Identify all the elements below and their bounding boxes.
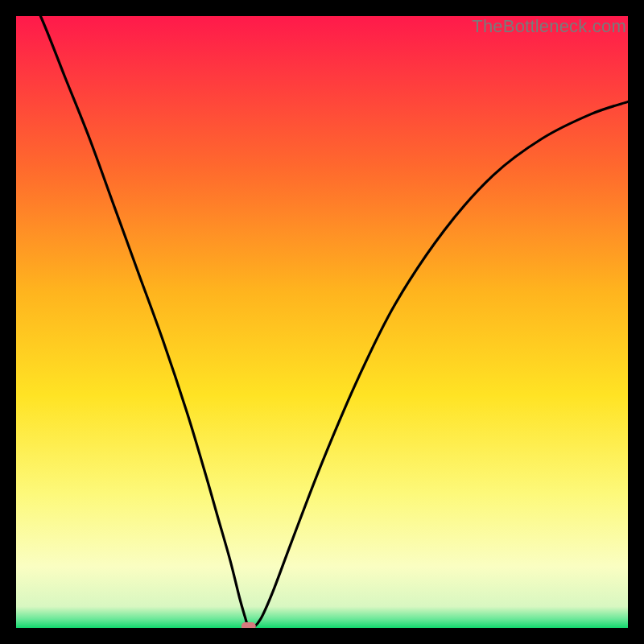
chart-frame: TheBottleneck.com <box>16 16 628 628</box>
gradient-background <box>16 16 628 628</box>
watermark-label: TheBottleneck.com <box>472 16 626 37</box>
minimum-marker <box>242 622 256 628</box>
bottleneck-chart <box>16 16 628 628</box>
